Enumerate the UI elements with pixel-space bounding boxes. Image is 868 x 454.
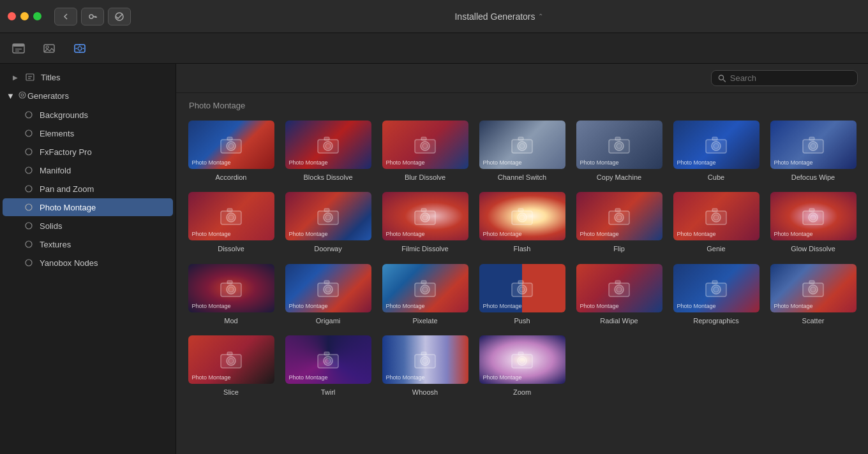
thumb-overlay-text-genie: Photo Montage (677, 231, 716, 237)
thumb-label-whoosh: Whoosh (412, 388, 438, 397)
svg-point-10 (46, 46, 49, 48)
installed-generators-selector[interactable]: Installed Generators ⌃ (454, 11, 542, 22)
thumb-inner-glow-dissolve (770, 192, 857, 240)
svg-point-106 (615, 285, 624, 294)
thumb-origami: Photo Montage (285, 264, 371, 312)
grid-item-blocks-dissolve[interactable]: Photo Montage Blocks Dissolve (280, 115, 377, 187)
svg-point-114 (809, 285, 818, 294)
thumb-blocks-dissolve: Photo Montage (285, 121, 371, 169)
svg-point-122 (324, 356, 333, 365)
grid-item-slice[interactable]: Photo Montage Slice (183, 330, 280, 402)
svg-point-23 (26, 130, 32, 136)
thumb-label-pixelate: Pixelate (412, 316, 437, 325)
sidebar-item-fxfactory[interactable]: FxFactory Pro (3, 143, 173, 161)
grid-item-copy-machine[interactable]: Photo Montage Copy Machine (571, 115, 668, 187)
grid-item-filmic-dissolve[interactable]: Photo Montage Filmic Dissolve (377, 187, 474, 258)
svg-rect-92 (227, 281, 232, 284)
grid-item-channel-switch[interactable]: Photo Montage Channel Switch (474, 115, 571, 187)
sidebar-item-pan-zoom[interactable]: Pan and Zoom (3, 180, 173, 198)
thumb-inner-doorway (285, 192, 371, 240)
grid-item-scatter[interactable]: Photo Montage Scatter (765, 259, 862, 330)
grid-item-twirl[interactable]: Photo Montage Twirl (280, 330, 377, 402)
svg-point-20 (19, 92, 26, 98)
thumb-inner-defocus-wipe (770, 121, 857, 169)
grid-item-doorway[interactable]: Photo Montage Doorway (280, 187, 377, 258)
svg-rect-72 (421, 209, 426, 212)
thumb-copy-machine: Photo Montage (576, 121, 662, 169)
search-input-wrapper[interactable] (711, 70, 858, 86)
grid-item-push[interactable]: Photo Montage Push (474, 259, 571, 330)
svg-rect-120 (227, 352, 232, 355)
svg-point-127 (423, 358, 428, 363)
thumb-label-mod: Mod (224, 316, 237, 325)
thumb-label-copy-machine: Copy Machine (597, 173, 641, 182)
svg-point-78 (615, 213, 624, 222)
svg-rect-88 (809, 209, 814, 212)
grid-item-dissolve[interactable]: Photo Montage Dissolve (183, 187, 280, 258)
sidebar-item-yanobox[interactable]: Yanobox Nodes (3, 254, 173, 272)
svg-rect-81 (706, 211, 726, 224)
titles-icon (24, 71, 36, 83)
thumb-inner-push (479, 264, 565, 312)
tab-icon-photos[interactable] (40, 39, 59, 58)
svg-rect-37 (318, 140, 338, 153)
tab-icon-generators[interactable] (70, 39, 89, 58)
grid-item-origami[interactable]: Photo Montage Origami (280, 259, 377, 330)
grid-item-pixelate[interactable]: Photo Montage Pixelate (377, 259, 474, 330)
sidebar-textures-label: Textures (40, 240, 71, 249)
svg-point-34 (227, 142, 236, 150)
sidebar-item-elements[interactable]: Elements (3, 124, 173, 142)
thumb-overlay-text-dissolve: Photo Montage (192, 231, 231, 237)
grid-item-radial-wipe[interactable]: Photo Montage Radial Wipe (571, 259, 668, 330)
grid-item-genie[interactable]: Photo Montage Genie (668, 187, 765, 258)
sidebar-item-manifold[interactable]: Manifold (3, 161, 173, 179)
grid-item-flip[interactable]: Photo Montage Flip (571, 187, 668, 258)
svg-point-14 (79, 51, 80, 52)
svg-point-35 (228, 143, 234, 149)
svg-rect-96 (324, 281, 329, 284)
svg-point-38 (324, 142, 333, 150)
grid-item-reprographics[interactable]: Photo Montage Reprographics (668, 259, 765, 330)
svg-rect-105 (609, 283, 629, 297)
thumb-label-glow-dissolve: Glow Dissolve (791, 244, 835, 253)
thumb-overlay-text-filmic-dissolve: Photo Montage (386, 231, 425, 237)
sidebar-solids-label: Solids (40, 221, 62, 231)
grid-item-defocus-wipe[interactable]: Photo Montage Defocus Wipe (765, 115, 862, 187)
svg-point-21 (21, 94, 24, 96)
thumb-label-doorway: Doorway (314, 244, 341, 253)
grid-item-cube[interactable]: Photo Montage Cube (668, 115, 765, 187)
thumb-inner-genie (673, 192, 760, 240)
grid-item-mod[interactable]: Photo Montage Mod (183, 259, 280, 330)
tab-icon-clips[interactable] (9, 39, 28, 58)
sidebar-item-solids[interactable]: Solids (3, 217, 173, 235)
svg-rect-101 (512, 283, 532, 297)
grid-item-whoosh[interactable]: Photo Montage Whoosh (377, 330, 474, 402)
sidebar-item-backgrounds[interactable]: Backgrounds (3, 106, 173, 124)
thumb-label-genie: Genie (707, 244, 725, 253)
grid-item-flash[interactable]: Photo Montage Flash (474, 187, 571, 258)
sidebar-generators-header[interactable]: ▼ Generators (0, 87, 176, 105)
grid-item-accordion[interactable]: Photo Montage Accordion (183, 115, 280, 187)
fullscreen-button[interactable] (33, 12, 41, 20)
thumb-label-filmic-dissolve: Filmic Dissolve (401, 244, 448, 253)
back-button[interactable] (54, 8, 77, 26)
sidebar-item-photo-montage[interactable]: Photo Montage (3, 198, 173, 216)
sidebar-item-titles[interactable]: ▶ Titles (3, 68, 173, 86)
svg-point-83 (714, 215, 719, 220)
grid-item-zoom[interactable]: Photo Montage Zoom (474, 330, 571, 402)
thumb-reprographics: Photo Montage (673, 264, 760, 312)
thumb-doorway: Photo Montage (285, 192, 371, 240)
key-button[interactable] (81, 8, 104, 26)
thumb-label-zoom: Zoom (513, 388, 531, 397)
grid-item-blur-dissolve[interactable]: Photo Montage Blur Dissolve (377, 115, 474, 187)
search-input[interactable] (730, 73, 851, 83)
svg-point-63 (228, 215, 234, 220)
sidebar-item-textures[interactable]: Textures (3, 235, 173, 253)
window-title: Installed Generators ⌃ (137, 11, 860, 22)
minimize-button[interactable] (20, 12, 29, 20)
thumb-label-flash: Flash (514, 244, 531, 253)
svg-point-39 (326, 143, 331, 149)
check-button[interactable] (108, 8, 131, 26)
grid-item-glow-dissolve[interactable]: Photo Montage Glow Dissolve (765, 187, 862, 258)
close-button[interactable] (8, 12, 16, 20)
